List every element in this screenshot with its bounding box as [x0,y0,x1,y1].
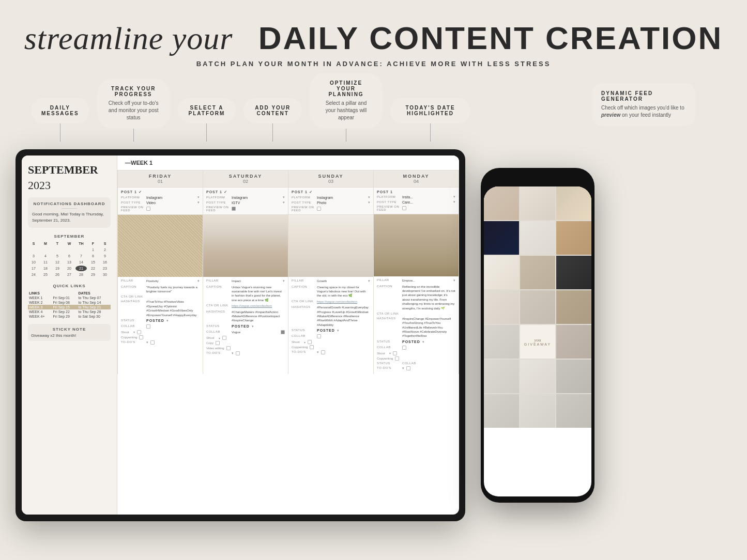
todo-video-sat[interactable] [226,346,231,350]
post-image-saturday [203,215,288,277]
todo-copy-sat[interactable] [216,341,220,345]
sticky-note-box: STICKY NOTE Giveaway x2 this month! [28,324,111,341]
post-section-friday: POST 1 ✓ PLATFORM Instagram ▾ POST TYPE … [118,188,203,215]
feed-cell [556,360,591,393]
feed-cell [556,221,591,255]
callout-add-content: ADD YOUR CONTENT [243,98,302,123]
feed-cell [556,290,591,324]
tablet-inner: SEPTEMBER 2023 NOTIFICATIONS DASHBOARD G… [22,155,459,515]
preview-checkbox-mon[interactable] [402,206,406,210]
todo-shoot-mon[interactable] [393,351,397,355]
todo-checkbox-mon[interactable] [406,366,410,370]
page-title: streamline your DAILY CONTENT CREATION [0,21,747,56]
feed-cell [484,186,519,220]
week-header: —WEEK 1 [117,155,459,170]
feed-cell [556,325,591,359]
callout-optimize-planning: OPTIMIZE YOUR PLANNING Select a pillar a… [310,73,383,129]
bottom-friday: PILLAR Positivity ▾ CAPTION "Positivity … [118,277,203,348]
todo-shoot-fri[interactable] [137,330,141,334]
feed-cell [520,290,555,324]
callout-group-optimize: OPTIMIZE YOUR PLANNING Select a pillar a… [310,73,383,142]
post-section-monday: POST 1 PLATFORM Insta... ▾ POST TYPE Car… [374,188,459,214]
notifications-title: NOTIFICATIONS DASHBOARD [32,201,106,206]
days-grid: FRIDAY 01 POST 1 ✓ PLATFORM Instagram ▾ [117,170,459,374]
table-row: WEEK 4 Fri Sep 22 to Thu Sep 28 [28,309,111,314]
todo-copy-sun[interactable] [310,345,314,349]
table-row: WEEK 1 Fri Sep 01 to Thu Sep 07 [28,295,111,300]
collab-checkbox-sat[interactable] [281,330,285,334]
table-row: WEEK 2 Fri Sep 08 to Thu Sep 14 [28,300,111,305]
mini-calendar: SEPTEMBER S M T W TH F S [28,234,111,277]
dynamic-feed-title: DYNAMIC FEED GENERATOR [601,90,686,102]
title-caps: DAILY CONTENT CREATION [258,20,723,56]
feed-grid: you GIVEAWAY [484,186,591,428]
callout-daily-messages: DAILY MESSAGES [31,98,89,123]
preview-checkbox-fri[interactable] [146,207,150,211]
quick-links-box: QUICK LINKS LINKS DATES WEEK 1 Fri Sep 0… [28,284,111,319]
sticky-note-content: Giveaway x2 this month! [31,333,108,338]
todo-shoot-sat[interactable] [222,336,226,340]
day-header-friday: FRIDAY 01 [118,170,203,188]
post-section-sunday: POST 1 ✓ PLATFORM Instagram ▾ POST TYPE … [288,188,373,215]
dynamic-feed-callout: DYNAMIC FEED GENERATOR Check off which i… [592,83,695,126]
callout-group-track: TRACK YOUR PROGRESS Check off your to-do… [97,79,170,142]
feed-cell [484,290,519,324]
sidebar-month: SEPTEMBER [28,163,111,177]
header-subtitle: BATCH PLAN YOUR MONTH IN ADVANCE: ACHIEV… [0,60,747,68]
feed-cell [484,221,519,255]
dynamic-feed-desc: Check off which images you'd like to pre… [601,104,686,119]
feed-cell [520,186,555,220]
preview-checkbox-sun[interactable] [317,207,321,211]
day-header-sunday: SUNDAY 03 [288,170,373,188]
day-column-friday: FRIDAY 01 POST 1 ✓ PLATFORM Instagram ▾ [118,170,203,374]
tablet-screen: SEPTEMBER 2023 NOTIFICATIONS DASHBOARD G… [22,155,459,515]
mini-cal-grid: S M T W TH F S [28,241,111,277]
day-column-monday: MONDAY 04 POST 1 PLATFORM Insta... ▾ [374,170,459,374]
collab-checkbox-fri[interactable] [146,324,150,329]
callout-group-content: ADD YOUR CONTENT [243,98,302,142]
feed-cell [556,256,591,289]
feed-cell [484,394,519,428]
day-column-sunday: SUNDAY 03 POST 1 ✓ PLATFORM Instagram ▾ [288,170,374,374]
preview-checkbox-sat[interactable] [232,207,236,211]
todo-checkbox-sun[interactable] [321,350,325,354]
phone-frame: you GIVEAWAY [481,168,594,503]
title-italic: streamline your [24,21,233,56]
todo-checkbox-fri[interactable] [150,340,155,345]
main-content: SEPTEMBER 2023 NOTIFICATIONS DASHBOARD G… [0,144,747,532]
sidebar-year: 2023 [28,179,111,192]
collab-checkbox-sun[interactable] [317,334,321,338]
feed-cell [484,325,519,359]
post-image-friday [118,215,203,277]
todo-copy-mon[interactable] [395,356,399,361]
feed-cell [520,256,555,289]
feed-cell [520,360,555,393]
mini-cal-title: SEPTEMBER [28,234,111,239]
sidebar: SEPTEMBER 2023 NOTIFICATIONS DASHBOARD G… [22,155,117,515]
todo-copy-fri[interactable] [139,335,143,339]
post-image-monday [374,214,459,276]
notifications-text: Good morning, Mia! Today is Thursday, Se… [32,211,106,224]
feed-cell [520,221,555,255]
page-wrapper: streamline your DAILY CONTENT CREATION B… [0,0,747,560]
post-section-saturday: POST 1 ✓ PLATFORM Instagram ▾ POST TYPE … [203,188,288,215]
notifications-box: NOTIFICATIONS DASHBOARD Good morning, Mi… [28,197,111,228]
table-row: WEEK 3 Fri Sep 15 to Thu Sep 21 [28,305,111,309]
callout-group-daily: DAILY MESSAGES [31,98,89,142]
callout-todays-date: TODAY'S DATE HIGHLIGHTED [390,98,470,123]
callout-group-date: TODAY'S DATE HIGHLIGHTED [390,98,470,142]
tablet-frame: SEPTEMBER 2023 NOTIFICATIONS DASHBOARD G… [16,149,465,521]
feed-cell [520,394,555,428]
feed-cell [484,360,519,393]
bottom-sunday: PILLAR Growth ▾ CAPTION Clearing space i… [288,277,373,358]
bottom-saturday: PILLAR Impact ▾ CAPTION Unbox Vogue's st… [203,277,288,359]
table-row: WEEK 4+ Fri Sep 29 to Sat Sep 30 [28,314,111,319]
todo-checkbox-sat[interactable] [236,351,240,355]
todo-shoot-sun[interactable] [308,340,312,344]
phone-screen: you GIVEAWAY [484,186,591,496]
feed-cell [556,394,591,428]
post-image-sunday [288,215,373,277]
collab-checkbox-mon[interactable] [402,346,406,350]
callout-select-platform: SELECT A PLATFORM [178,98,236,123]
callout-track-progress: TRACK YOUR PROGRESS Check off your to-do… [97,79,170,129]
